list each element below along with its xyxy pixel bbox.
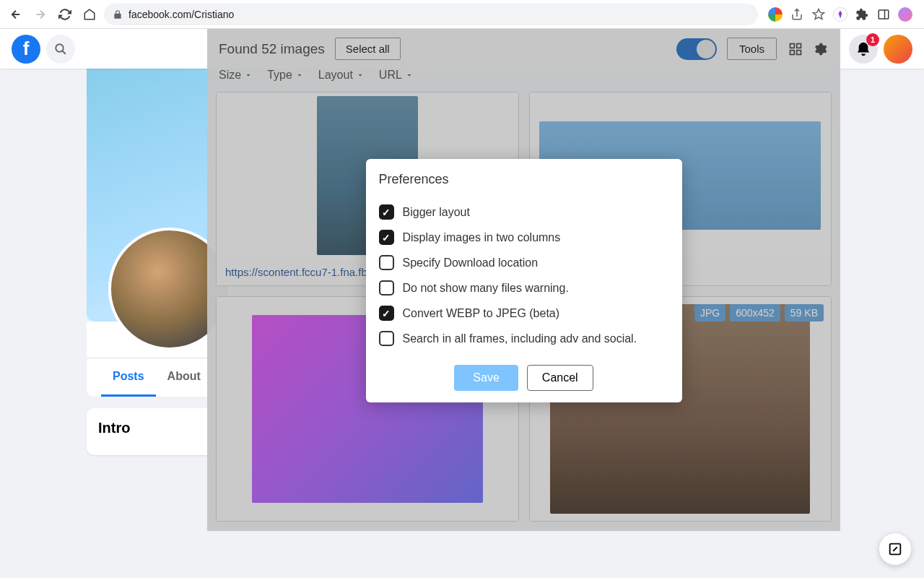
search-icon — [54, 43, 67, 56]
pref-label: Convert WEBP to JPEG (beta) — [403, 307, 560, 320]
preferences-modal: Preferences Bigger layout Display images… — [366, 159, 682, 402]
checkbox-bigger-layout[interactable] — [379, 204, 394, 220]
tab-about[interactable]: About — [156, 358, 212, 397]
fb-logo[interactable]: f — [12, 35, 40, 64]
extension-icons — [762, 7, 918, 22]
back-button[interactable] — [6, 4, 26, 25]
edit-fab[interactable] — [879, 533, 911, 565]
google-icon[interactable] — [768, 7, 783, 22]
svg-point-2 — [56, 44, 64, 52]
tab-posts[interactable]: Posts — [101, 358, 156, 397]
modal-backdrop: Preferences Bigger layout Display images… — [207, 29, 840, 531]
pref-label: Bigger layout — [403, 206, 470, 219]
profile-icon[interactable] — [898, 7, 912, 22]
fb-notifications-button[interactable]: 1 — [849, 35, 878, 64]
forward-button[interactable] — [30, 4, 51, 25]
extension-active-icon[interactable] — [833, 7, 847, 22]
url-text: facebook.com/Cristiano — [128, 9, 749, 20]
fb-user-avatar[interactable] — [884, 35, 912, 64]
fb-search-button[interactable] — [46, 35, 75, 64]
cancel-button[interactable]: Cancel — [527, 365, 593, 391]
checkbox-webp-jpeg[interactable] — [379, 306, 394, 321]
panel-icon[interactable] — [876, 7, 891, 22]
bookmark-icon[interactable] — [811, 7, 826, 22]
address-bar[interactable]: facebook.com/Cristiano — [104, 4, 758, 25]
extensions-icon[interactable] — [855, 7, 869, 22]
pref-label: Specify Download location — [403, 256, 539, 269]
pref-label: Display images in two columns — [403, 231, 561, 244]
edit-icon — [887, 541, 903, 557]
pref-label: Search in all frames, including adv and … — [403, 332, 637, 345]
svg-rect-0 — [879, 10, 889, 19]
checkbox-download-location[interactable] — [379, 255, 394, 270]
browser-toolbar: facebook.com/Cristiano — [0, 0, 924, 29]
modal-title: Preferences — [379, 172, 669, 187]
home-button[interactable] — [79, 4, 100, 25]
save-button[interactable]: Save — [454, 365, 518, 391]
share-icon[interactable] — [790, 7, 804, 22]
checkbox-all-frames[interactable] — [379, 331, 394, 346]
reload-button[interactable] — [55, 4, 75, 25]
lock-icon — [113, 9, 123, 20]
image-extension-panel: Found 52 images Select all Tools Size Ty… — [207, 29, 840, 531]
checkbox-no-warning[interactable] — [379, 280, 394, 296]
notification-badge: 1 — [866, 33, 879, 46]
pref-label: Do not show many files warning. — [403, 282, 569, 295]
checkbox-two-columns[interactable] — [379, 230, 394, 245]
